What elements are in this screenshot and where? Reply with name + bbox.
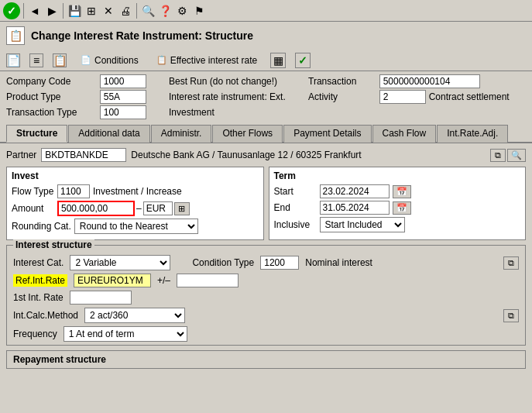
frequency-label: Frequency: [13, 329, 57, 339]
save-icon[interactable]: 💾: [67, 3, 82, 19]
app-icon: 📋: [6, 26, 25, 45]
separator2: [63, 3, 63, 19]
tabs-row: Structure Additional data Administr. Oth…: [0, 122, 532, 143]
first-int-rate-label: 1st Int. Rate: [13, 292, 63, 303]
interest-structure-group: Interest structure Interest Cat. 2 Varia…: [6, 245, 526, 346]
tab-additional-data[interactable]: Additional data: [68, 125, 149, 143]
help-icon[interactable]: ❓: [157, 3, 173, 19]
invest-panel: Invest Flow Type Investment / Increase A…: [6, 167, 264, 240]
interest-structure-title: Interest structure: [13, 239, 94, 250]
product-type-label: Product Type: [6, 91, 94, 102]
inclusive-row: Inclusive Start Included Included: [274, 217, 521, 232]
separator: [23, 3, 24, 19]
main-content: Partner Deutsche Bank AG / Taunusanlage …: [0, 143, 532, 373]
partner-description: Deutsche Bank AG / Taunusanlage 12 / 603…: [131, 150, 361, 160]
partner-row: Partner Deutsche Bank AG / Taunusanlage …: [6, 148, 526, 162]
close-icon[interactable]: ✕: [101, 3, 116, 19]
separator3: [136, 3, 137, 19]
invest-term-panels: Invest Flow Type Investment / Increase A…: [6, 167, 526, 240]
print-icon[interactable]: 🖨: [118, 3, 133, 19]
first-int-rate-input[interactable]: [70, 291, 132, 305]
ref-int-rate-extra-input[interactable]: [177, 274, 239, 287]
page-title: Change Interest Rate Instrument: Structu…: [31, 29, 253, 42]
condition-type-code-input[interactable]: [260, 256, 299, 270]
tab-int-rate-adj[interactable]: Int.Rate.Adj.: [437, 125, 508, 143]
condition-type-btn[interactable]: ⧉: [503, 256, 519, 270]
grid-icon[interactable]: ⊞: [84, 3, 99, 19]
contract-settlement-label: Contract settlement: [429, 91, 510, 102]
activity-input[interactable]: [379, 90, 426, 104]
interest-cat-select[interactable]: 2 Variable 1 Fixed: [70, 255, 170, 270]
transaction-type-label: Transaction Type: [6, 107, 94, 118]
flag-icon[interactable]: ⚑: [191, 3, 207, 19]
effective-interest-icon: 📋: [156, 54, 168, 67]
transaction-type-input[interactable]: [100, 105, 146, 119]
grid2-icon[interactable]: ▦: [270, 53, 286, 68]
condition-type-label: Condition Type: [192, 257, 254, 268]
action-bar: 📄 ≡ 📋 📄 Conditions 📋 Effective interest …: [0, 50, 532, 71]
int-calc-select[interactable]: 2 act/360 1 act/365: [84, 308, 185, 323]
title-bar: 📋 Change Interest Rate Instrument: Struc…: [0, 22, 532, 50]
rounding-select[interactable]: Round to the Nearest: [74, 219, 198, 234]
currency-input[interactable]: [143, 201, 173, 215]
start-input[interactable]: [320, 184, 390, 198]
partner-search-icon[interactable]: 🔍: [507, 149, 526, 162]
check-icon[interactable]: ✓: [3, 2, 20, 19]
ref-int-rate-input[interactable]: [74, 274, 151, 287]
repayment-bar: Repayment structure: [6, 350, 526, 369]
rounding-row: Rounding Cat. Round to the Nearest: [12, 219, 259, 234]
effective-interest-button[interactable]: 📋 Effective interest rate: [152, 52, 262, 69]
start-row: Start 📅: [274, 184, 521, 198]
amount-input[interactable]: [57, 201, 135, 216]
transaction-label: Transaction: [308, 76, 373, 87]
amount-label: Amount: [12, 203, 54, 214]
transaction-input[interactable]: [379, 74, 480, 88]
nav-forward-icon[interactable]: ▶: [44, 3, 60, 19]
conditions-icon: 📄: [80, 54, 92, 67]
amount-input-group: – ⊞: [57, 201, 190, 216]
action-icon1[interactable]: 📄: [6, 53, 20, 67]
main-toolbar: ✓ ◄ ▶ 💾 ⊞ ✕ 🖨 🔍 ❓ ⚙ ⚑: [0, 0, 532, 22]
tab-administr[interactable]: Administr.: [151, 125, 212, 143]
action-icon2[interactable]: ≡: [29, 53, 43, 67]
flow-type-code-input[interactable]: [57, 184, 90, 198]
flow-type-label: Flow Type: [12, 186, 54, 197]
partner-label: Partner: [6, 150, 36, 160]
term-panel: Term Start 📅 End 📅 Inclusive Start Inclu…: [269, 167, 527, 240]
tab-other-flows[interactable]: Other Flows: [212, 125, 283, 143]
activity-label: Activity: [308, 91, 373, 102]
partner-copy-icon[interactable]: ⧉: [490, 149, 506, 162]
frequency-select[interactable]: 1 At end of term Monthly Quarterly: [63, 326, 187, 342]
company-code-label: Company Code: [6, 76, 94, 87]
repayment-title: Repayment structure: [13, 354, 106, 365]
currency-btn[interactable]: ⊞: [174, 202, 190, 215]
settings-icon[interactable]: ⚙: [174, 3, 190, 19]
condition-type-desc: Nominal interest: [305, 257, 372, 268]
fields-bar: Company Code Best Run (do not change!) T…: [0, 71, 532, 122]
end-label: End: [274, 202, 317, 213]
term-panel-title: Term: [274, 170, 521, 181]
int-calc-extra-btn[interactable]: ⧉: [503, 309, 519, 322]
start-cal-icon[interactable]: 📅: [393, 185, 411, 198]
search-icon[interactable]: 🔍: [140, 3, 156, 19]
best-run-label: Best Run (do not change!): [169, 76, 302, 87]
flow-type-row: Flow Type Investment / Increase: [12, 184, 259, 198]
invest-panel-title: Invest: [12, 170, 259, 181]
rounding-label: Rounding Cat.: [12, 221, 71, 232]
action-icon3[interactable]: 📋: [53, 53, 67, 67]
start-label: Start: [274, 186, 317, 197]
checkmark-icon[interactable]: ✓: [295, 53, 311, 68]
tab-structure[interactable]: Structure: [6, 125, 67, 143]
tab-payment-details[interactable]: Payment Details: [283, 125, 371, 143]
inclusive-select[interactable]: Start Included Included: [320, 217, 405, 232]
end-cal-icon[interactable]: 📅: [393, 201, 411, 215]
nav-back-icon[interactable]: ◄: [27, 3, 43, 19]
product-type-input[interactable]: [100, 90, 146, 104]
amount-sep: –: [136, 203, 142, 214]
flow-type-desc: Investment / Increase: [93, 186, 182, 197]
tab-cash-flow[interactable]: Cash Flow: [372, 125, 437, 143]
conditions-button[interactable]: 📄 Conditions: [76, 52, 142, 69]
company-code-input[interactable]: [100, 74, 146, 88]
end-input[interactable]: [320, 201, 390, 215]
partner-code-input[interactable]: [41, 148, 126, 162]
